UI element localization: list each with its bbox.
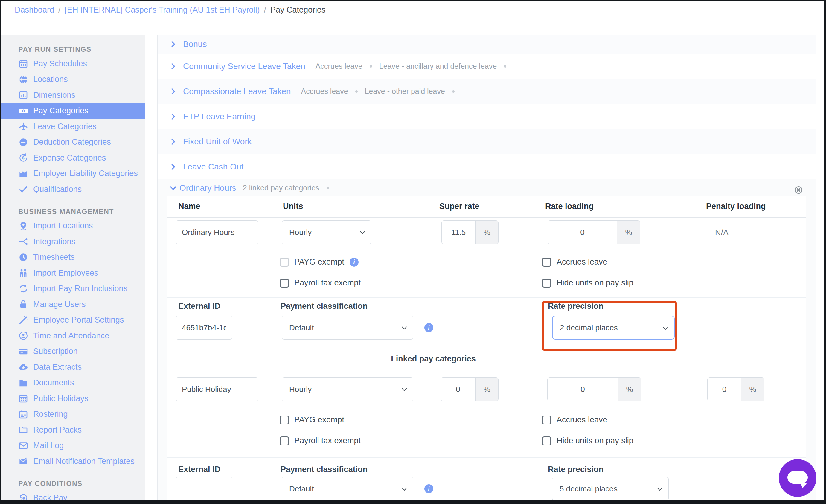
sidebar-item-employee-portal-settings[interactable]: Employee Portal Settings <box>1 312 145 328</box>
pay-category-title[interactable]: Community Service Leave Taken <box>183 62 305 71</box>
sidebar-item-pay-categories[interactable]: 1Pay Categories <box>1 103 145 119</box>
external-id-input[interactable] <box>176 477 232 500</box>
pay-category-row-compassionate-leave-taken[interactable]: Compassionate Leave TakenAccrues leaveLe… <box>158 79 816 104</box>
chevron-right-icon[interactable] <box>169 62 177 70</box>
ordinary-hours-title[interactable]: Ordinary Hours <box>179 183 236 193</box>
linked-pay-categories-heading: Linked pay categories <box>391 354 476 364</box>
sidebar-item-label: Timesheets <box>33 253 75 262</box>
super-rate-input[interactable] <box>441 378 475 401</box>
sidebar-item-employer-liability-categories[interactable]: Employer Liability Categories <box>1 166 145 182</box>
sidebar-item-import-locations[interactable]: Import Locations <box>1 218 145 234</box>
sidebar-section: PAY RUN SETTINGSPay SchedulesLocationsDi… <box>1 35 145 197</box>
hide-units-checkbox[interactable]: Hide units on pay slip <box>542 436 633 445</box>
payment-classification-select[interactable]: Default <box>282 477 413 500</box>
sidebar-item-qualifications[interactable]: Qualifications <box>1 181 145 197</box>
chat-bubble-icon <box>779 459 816 497</box>
hide-units-checkbox[interactable]: Hide units on pay slip <box>542 278 633 288</box>
sidebar-item-label: Deduction Categories <box>33 137 111 147</box>
accrues-leave-checkbox[interactable]: Accrues leave <box>542 415 607 425</box>
calendar-alt-icon <box>18 409 28 420</box>
checkbox-icon[interactable] <box>542 436 551 445</box>
accrues-leave-checkbox[interactable]: Accrues leave <box>542 257 607 267</box>
column-header-units: Units <box>283 202 303 211</box>
sidebar-item-data-extracts[interactable]: Data Extracts <box>1 359 145 375</box>
chevron-right-icon[interactable] <box>169 40 177 48</box>
sidebar-item-expense-categories[interactable]: $Expense Categories <box>1 150 145 166</box>
sidebar-item-pay-schedules[interactable]: Pay Schedules <box>1 56 145 72</box>
info-icon[interactable]: i <box>424 484 433 493</box>
breadcrumb-dashboard[interactable]: Dashboard <box>15 5 54 15</box>
sidebar-item-deduction-categories[interactable]: Deduction Categories <box>1 134 145 150</box>
name-input[interactable] <box>176 220 258 244</box>
sidebar-item-manage-users[interactable]: Manage Users <box>1 297 145 312</box>
sidebar-item-subscription[interactable]: Subscription <box>1 344 145 360</box>
breadcrumb-business[interactable]: [EH INTERNAL] Casper's Training (AU 1st … <box>65 5 260 15</box>
sidebar-item-timesheets[interactable]: Timesheets <box>1 250 145 265</box>
external-id-input[interactable] <box>176 316 232 339</box>
chevron-right-icon[interactable] <box>169 138 177 145</box>
pay-category-title[interactable]: ETP Leave Earning <box>183 112 255 121</box>
sidebar-item-label: Rostering <box>33 410 68 419</box>
pay-category-title[interactable]: Leave Cash Out <box>183 162 243 172</box>
rate-precision-value: 5 decimal places <box>559 484 617 494</box>
chat-launcher-button[interactable] <box>779 459 816 497</box>
svg-text:$: $ <box>22 155 24 160</box>
checkbox-icon[interactable] <box>280 416 289 425</box>
pay-category-row-bonus[interactable]: Bonus <box>158 35 816 54</box>
payg-exempt-checkbox[interactable]: PAYG exempt i <box>280 257 359 267</box>
pay-category-row-community-service-leave-taken[interactable]: Community Service Leave TakenAccrues lea… <box>158 54 816 79</box>
sidebar-item-integrations[interactable]: Integrations <box>1 234 145 250</box>
units-select[interactable]: Hourly <box>282 377 413 401</box>
sidebar-item-leave-categories[interactable]: Leave Categories <box>1 119 145 134</box>
sidebar-item-documents[interactable]: Documents <box>1 375 145 391</box>
payment-classification-select[interactable]: Default <box>282 316 413 339</box>
checkbox-icon[interactable] <box>542 258 551 267</box>
chevron-right-icon[interactable] <box>169 113 177 120</box>
sidebar-item-report-packs[interactable]: Report Packs <box>1 422 145 438</box>
pay-category-title[interactable]: Bonus <box>183 40 206 49</box>
checkbox-icon[interactable] <box>542 278 551 288</box>
rate-precision-select[interactable]: 5 decimal places <box>552 477 669 500</box>
pay-category-title[interactable]: Fixed Unit of Work <box>183 137 252 146</box>
payment-classification-value: Default <box>289 323 314 332</box>
sidebar-item-rostering[interactable]: Rostering <box>1 406 145 422</box>
checkbox-icon[interactable] <box>280 278 289 288</box>
checkbox-icon[interactable] <box>280 258 289 267</box>
payg-exempt-checkbox[interactable]: PAYG exempt <box>280 415 344 425</box>
name-input[interactable] <box>176 377 258 401</box>
checkbox-label: Payroll tax exempt <box>294 436 361 445</box>
checkbox-icon[interactable] <box>280 436 289 445</box>
sidebar-item-time-and-attendance[interactable]: Time and Attendance <box>1 328 145 344</box>
checkbox-icon[interactable] <box>542 416 551 425</box>
units-select[interactable]: Hourly <box>282 220 371 244</box>
penalty-loading-input[interactable] <box>708 378 741 401</box>
sidebar-item-email-notification-templates[interactable]: Email Notification Templates <box>1 453 145 469</box>
payroll-tax-exempt-checkbox[interactable]: Payroll tax exempt <box>280 436 361 445</box>
rate-loading-input[interactable] <box>548 220 617 244</box>
payroll-tax-exempt-checkbox[interactable]: Payroll tax exempt <box>280 278 361 288</box>
sidebar-item-back-pay[interactable]: Back Pay <box>1 490 145 501</box>
chevron-down-icon[interactable] <box>169 184 177 192</box>
chevron-right-icon[interactable] <box>169 163 177 171</box>
close-icon[interactable] <box>794 186 803 194</box>
pay-category-row-leave-cash-out[interactable]: Leave Cash Out <box>158 154 816 179</box>
sidebar-item-dimensions[interactable]: Dimensions <box>1 87 145 103</box>
info-icon[interactable]: i <box>424 323 433 332</box>
pay-category-row-etp-leave-earning[interactable]: ETP Leave Earning <box>158 104 816 129</box>
sidebar-item-import-employees[interactable]: Import Employees <box>1 265 145 281</box>
chevron-right-icon[interactable] <box>169 87 177 96</box>
category-badge: Leave - other paid leave <box>365 87 445 96</box>
rate-loading-input[interactable] <box>547 378 618 401</box>
sidebar-section: BUSINESS MANAGEMENTImport LocationsInteg… <box>1 197 145 469</box>
sidebar-section-title: PAY RUN SETTINGS <box>1 43 145 56</box>
sidebar-item-locations[interactable]: Locations <box>1 72 145 87</box>
super-rate-input[interactable] <box>442 220 475 244</box>
sidebar-item-mail-log[interactable]: Mail Log <box>1 438 145 454</box>
sidebar-item-public-holidays[interactable]: Public Holidays <box>1 391 145 406</box>
rate-precision-select[interactable]: 2 decimal places <box>552 316 675 339</box>
pay-category-row-fixed-unit-of-work[interactable]: Fixed Unit of Work <box>158 129 816 154</box>
people-icon <box>18 268 28 278</box>
info-icon[interactable]: i <box>350 258 359 267</box>
sidebar-item-import-pay-run-inclusions[interactable]: Import Pay Run Inclusions <box>1 281 145 297</box>
pay-category-title[interactable]: Compassionate Leave Taken <box>183 87 291 96</box>
